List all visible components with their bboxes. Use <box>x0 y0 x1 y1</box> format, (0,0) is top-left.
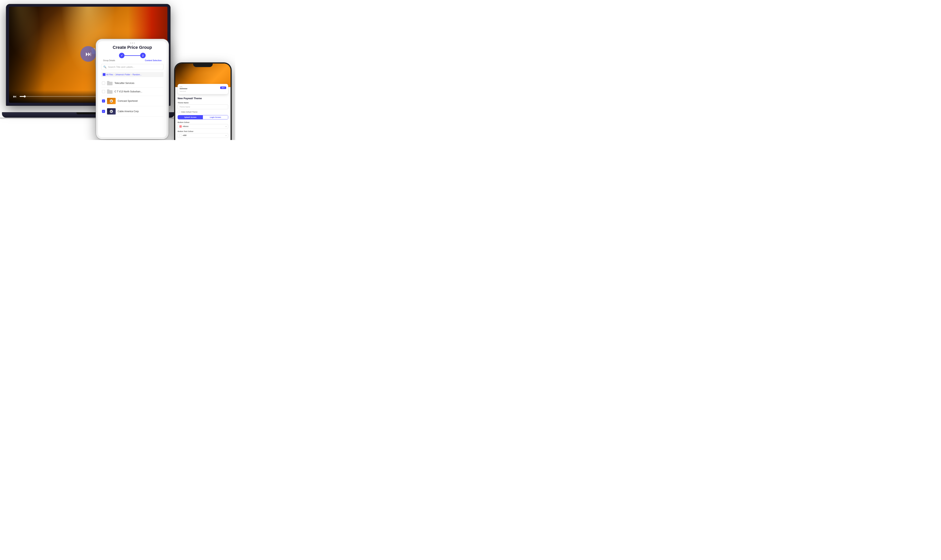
file-name-4: Cable America Corp <box>118 110 138 113</box>
folder-body-2 <box>107 90 112 94</box>
button-colour-value: #ff8990 <box>183 126 189 128</box>
phone-hero-image <box>175 63 231 87</box>
breadcrumb-sep-1: › <box>114 74 114 76</box>
breadcrumb-part3: Random... <box>132 74 141 76</box>
make-default-checkbox[interactable] <box>178 111 180 113</box>
tablet-page-title: Create Price Group <box>101 45 163 50</box>
theme-name-label: Theme Name <box>178 102 228 104</box>
paywall-card: Title Swimmer BUY Swimmer <box>178 84 228 94</box>
file-checkbox-1[interactable] <box>102 82 105 85</box>
progress-dot <box>24 95 26 97</box>
phone-device: Title Swimmer BUY Swimmer New Paywall Th… <box>174 63 231 140</box>
dropdown-text-left: #ffffff <box>179 134 186 137</box>
step-2-number: 2 <box>142 54 143 57</box>
button-colour-label: Button Colour <box>178 122 228 123</box>
splash-screen-tab[interactable]: Splash Screen <box>178 115 203 119</box>
dropdown-left: #ff8990 <box>179 125 189 128</box>
file-name-1: Telecafter Services <box>114 82 134 85</box>
tablet-screen: Create Price Group ✓ 2 Group Details Con… <box>98 41 167 137</box>
breadcrumb: All Files › Johanna's Folder › Random... <box>101 72 163 77</box>
screen-type-tabs: Splash Screen Login Screen <box>178 115 228 119</box>
phone-hero-overlay <box>175 63 231 87</box>
paywall-subtitle: Swimmer <box>180 91 226 92</box>
button-text-colour-swatch <box>179 134 182 137</box>
folder-icon-2 <box>107 89 112 94</box>
thumb-play-circle-3: ▶ <box>110 99 113 103</box>
phone-section-heading: New Paywall Theme <box>178 97 228 100</box>
breadcrumb-icon <box>103 73 106 76</box>
tablet-content: Create Price Group ✓ 2 Group Details Con… <box>98 44 167 134</box>
folder-body <box>107 82 112 85</box>
file-name-3: Comcast Sportsnet <box>118 100 138 102</box>
video-play-button[interactable]: ⏭ <box>80 46 96 62</box>
tablet-dot-2 <box>134 43 135 43</box>
thumb-play-3: ▶ <box>107 98 116 104</box>
phone-notch <box>193 63 213 67</box>
dark-left <box>9 7 44 103</box>
search-bar[interactable]: 🔍 Search Title and Labels... <box>101 64 163 70</box>
button-text-colour-dropdown[interactable]: #ffffff ▾ <box>178 133 228 138</box>
file-checkbox-2[interactable] <box>102 90 105 93</box>
button-colour-dropdown[interactable]: #ff8990 ▾ <box>178 124 228 129</box>
tablet-dot-1 <box>130 43 131 43</box>
file-thumbnail-3: ▶ <box>107 98 116 104</box>
play-next-icon: ⏭ <box>13 94 17 98</box>
step-1-circle: ✓ <box>119 53 125 58</box>
search-placeholder-text: Search Title and Labels... <box>108 66 134 68</box>
step-2-label: Content Selection <box>145 59 161 62</box>
paywall-title-value: Swimmer <box>180 88 188 89</box>
button-colour-chevron-icon: ▾ <box>226 126 226 128</box>
button-text-chevron-icon: ▾ <box>226 135 226 137</box>
file-item-2[interactable]: C T V13 North Suburban... <box>101 88 163 96</box>
paywall-title-label: Title <box>180 86 188 88</box>
buy-button[interactable]: BUY <box>220 86 226 89</box>
play-icon: ⏭ <box>86 51 92 58</box>
scene: ⏭ ⏭ 0:15 🔊 ◀◀ <box>0 0 235 140</box>
breadcrumb-part1[interactable]: All Files <box>106 74 113 76</box>
button-text-colour-value: #ffffff <box>183 134 186 137</box>
tablet-top-bar <box>98 41 167 44</box>
folder-icon-1 <box>107 81 112 85</box>
breadcrumb-part2[interactable]: Johanna's Folder <box>115 74 130 76</box>
stepper: ✓ 2 <box>101 53 163 58</box>
file-checkbox-4[interactable]: ✓ <box>102 110 105 113</box>
file-item-1[interactable]: Telecafter Services <box>101 79 163 88</box>
paywall-title-group: Title Swimmer <box>180 86 188 89</box>
file-name-2: C T V13 North Suburban... <box>114 90 142 93</box>
theme-name-input[interactable]: Theme Name <box>178 105 228 109</box>
file-item-3[interactable]: ✓ ▶ Comcast Sportsnet <box>101 96 163 106</box>
play-next-button[interactable]: ⏭ <box>12 94 18 99</box>
theme-name-placeholder: Theme Name <box>179 106 190 108</box>
login-screen-tab[interactable]: Login Screen <box>203 115 228 119</box>
search-icon: 🔍 <box>103 66 106 68</box>
button-colour-swatch <box>179 125 182 128</box>
phone-screen: Title Swimmer BUY Swimmer New Paywall Th… <box>175 63 231 140</box>
make-default-row[interactable]: Make Default Theme <box>178 111 228 113</box>
file-item-4[interactable]: ✓ ▶ Cable America Corp <box>101 106 163 117</box>
file-checkbox-3[interactable]: ✓ <box>102 99 105 103</box>
tablet-camera <box>132 42 133 44</box>
thumb-play-circle-4: ▶ <box>110 110 113 113</box>
tablet-device: Create Price Group ✓ 2 Group Details Con… <box>96 39 169 139</box>
button-text-colour-label: Button Text Colour <box>178 131 228 132</box>
step-1-label: Group Details <box>103 59 115 62</box>
file-thumbnail-4: ▶ <box>107 108 116 114</box>
stepper-labels: Group Details Content Selection <box>101 59 163 62</box>
phone-content: New Paywall Theme Theme Name Theme Name … <box>175 97 231 140</box>
make-default-label: Make Default Theme <box>181 111 197 113</box>
thumb-play-4: ▶ <box>107 108 116 114</box>
step-1-icon: ✓ <box>121 54 123 57</box>
step-line <box>125 55 140 56</box>
step-2-circle: 2 <box>140 53 146 58</box>
breadcrumb-sep-2: › <box>131 74 132 76</box>
paywall-title-row: Title Swimmer BUY <box>180 86 226 89</box>
